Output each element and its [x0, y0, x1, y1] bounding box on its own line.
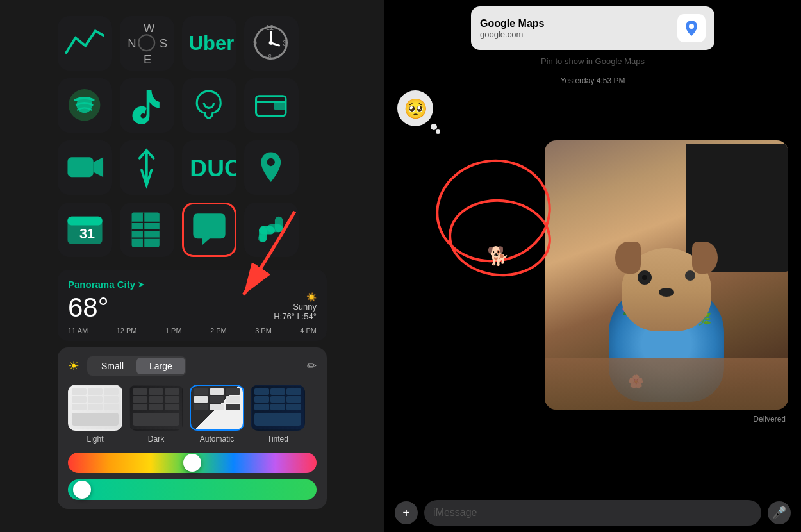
imessage-placeholder: iMessage [433, 507, 477, 519]
svg-rect-0 [58, 16, 112, 71]
app-icon-duo[interactable]: DUO [182, 140, 236, 195]
svg-rect-28 [67, 157, 93, 177]
theme-thumbnail-light[interactable] [68, 385, 122, 431]
dog-photo-message: 🌺 🌿 🌸 [397, 140, 788, 410]
size-large-button[interactable]: Large [136, 358, 185, 374]
size-controls: ☀ Small Large ✏ [68, 356, 317, 376]
maps-card-container: Google Maps google.com Pin to show in Go… [384, 0, 801, 71]
time-2pm: 2 PM [210, 327, 227, 335]
svg-text:6: 6 [268, 53, 272, 61]
app-icon-calendar[interactable]: 31 [58, 203, 112, 257]
message-bar: + iMessage 🎤 [384, 500, 801, 526]
time-3pm: 3 PM [255, 327, 272, 335]
app-icon-spotify[interactable] [58, 78, 112, 133]
svg-rect-36 [67, 217, 102, 226]
theme-thumbnail-tinted[interactable] [251, 385, 305, 431]
brightness-slider-thumb[interactable] [73, 481, 91, 499]
weather-low-val: L:54° [297, 312, 317, 321]
location-name: Panorama City [68, 279, 135, 290]
sun-icon: ☀️ [306, 292, 317, 302]
theme-option-light[interactable]: Light [68, 385, 122, 444]
weather-temperature: 68° [68, 292, 109, 323]
dog-photo[interactable]: 🌺 🌿 🌸 [545, 140, 788, 410]
svg-rect-49 [267, 224, 283, 232]
svg-point-13 [269, 41, 273, 45]
add-attachment-button[interactable]: + [395, 501, 418, 524]
maps-card[interactable]: Google Maps google.com [471, 6, 714, 50]
app-icon-tiktok[interactable] [120, 78, 174, 133]
right-panel: Google Maps google.com Pin to show in Go… [384, 0, 801, 532]
svg-text:3: 3 [283, 39, 286, 47]
message-timestamp: Yesterday 4:53 PM [397, 76, 788, 85]
imessage-input[interactable]: iMessage [424, 500, 761, 526]
app-icon-facetime[interactable] [58, 140, 112, 195]
weather-highlow: H:76° L:54° [274, 312, 317, 321]
maps-card-title: Google Maps [480, 18, 544, 29]
app-icon-threads[interactable] [182, 78, 236, 133]
brightness-icon[interactable]: ☀ [68, 358, 79, 374]
edit-icon[interactable]: ✏ [307, 359, 317, 373]
emoji-reaction-bubble: 🥺 [397, 90, 433, 126]
size-small-button[interactable]: Small [88, 358, 136, 374]
weather-location: Panorama City ➤ [68, 279, 317, 290]
weather-widget: Panorama City ➤ 68° ☀️ Sunny H:76° L:54°… [58, 270, 327, 341]
svg-point-52 [689, 24, 694, 29]
app-icon-clock[interactable]: 12 3 6 9 [244, 16, 299, 71]
svg-text:12: 12 [266, 24, 274, 31]
maps-card-icon [677, 14, 706, 42]
svg-text:W: W [144, 21, 155, 35]
bottom-controls: ☀ Small Large ✏ [58, 347, 327, 509]
svg-point-33 [267, 158, 275, 166]
color-slider-thumb[interactable] [183, 454, 201, 472]
svg-text:N: N [128, 37, 136, 50]
chat-area: Yesterday 4:53 PM 🥺 [384, 76, 801, 424]
svg-text:DUO: DUO [190, 154, 236, 181]
theme-option-dark[interactable]: Dark [129, 385, 183, 444]
app-icon-sheets[interactable] [120, 203, 174, 257]
weather-timeline: 11 AM 12 PM 1 PM 2 PM 3 PM 4 PM [68, 327, 317, 335]
maps-card-content: Google Maps google.com [480, 18, 544, 39]
emoji-reaction: 🥺 [404, 97, 427, 120]
svg-text:E: E [144, 53, 151, 66]
color-slider[interactable] [68, 453, 317, 473]
svg-rect-22 [182, 78, 236, 133]
left-panel: N S W E Uber 12 3 6 [0, 0, 384, 532]
location-arrow-icon: ➤ [138, 280, 144, 289]
svg-text:Uber: Uber [189, 32, 234, 54]
theme-option-tinted[interactable]: Tinted [251, 385, 305, 444]
brightness-slider[interactable] [68, 479, 317, 500]
time-4pm: 4 PM [300, 327, 317, 335]
maps-card-url: google.com [480, 29, 544, 39]
time-1pm: 1 PM [165, 327, 182, 335]
theme-thumbnail-automatic[interactable] [190, 385, 244, 431]
svg-text:9: 9 [253, 39, 257, 47]
app-icon-wallet[interactable] [244, 78, 299, 133]
app-icon-maps[interactable] [244, 140, 299, 195]
time-12pm: 12 PM [117, 327, 137, 335]
svg-rect-23 [244, 78, 299, 133]
app-icon-messages[interactable] [182, 203, 236, 257]
weather-high: H:76° [274, 312, 295, 321]
theme-option-automatic[interactable]: Automatic [190, 385, 244, 444]
app-grid: N S W E Uber 12 3 6 [0, 6, 384, 263]
theme-label-automatic: Automatic [200, 435, 234, 444]
pin-to-show-text: Pin to show in Google Maps [471, 56, 714, 66]
app-icon-robinhood[interactable] [120, 140, 174, 195]
theme-label-dark: Dark [148, 435, 164, 444]
app-icon-slack[interactable] [244, 203, 299, 257]
time-11am: 11 AM [68, 327, 88, 335]
delivered-status: Delivered [397, 415, 788, 424]
theme-label-tinted: Tinted [267, 435, 288, 444]
app-icon-compass[interactable]: N S W E [120, 16, 174, 71]
theme-options: Light [68, 385, 317, 444]
app-icon-stocks[interactable] [58, 16, 112, 71]
app-icon-uber[interactable]: Uber [182, 16, 236, 71]
svg-text:S: S [160, 37, 167, 50]
theme-label-light: Light [87, 435, 103, 444]
svg-rect-25 [274, 102, 286, 110]
theme-thumbnail-dark[interactable] [129, 385, 183, 431]
microphone-button[interactable]: 🎤 [768, 501, 791, 524]
size-pills: Small Large [87, 356, 186, 376]
weather-condition: Sunny [274, 302, 317, 312]
dog-sticker: 🐕 [487, 245, 509, 267]
